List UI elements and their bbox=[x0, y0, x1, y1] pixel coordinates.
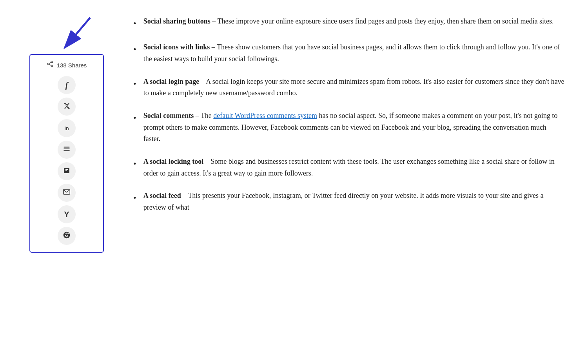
list-item-text: A social login page – A social login kee… bbox=[143, 76, 564, 99]
list-item-bold: A social feed bbox=[143, 192, 181, 199]
list-item-text: A social locking tool – Some blogs and b… bbox=[143, 156, 564, 179]
bullet-dot: • bbox=[133, 77, 136, 91]
list-item-bold: Social icons with links bbox=[143, 43, 210, 51]
twitter-share-button[interactable] bbox=[58, 98, 76, 116]
svg-line-6 bbox=[49, 62, 51, 63]
share-count-label: 138 Shares bbox=[57, 61, 87, 71]
list-item-bold: Social comments bbox=[143, 112, 194, 120]
reddit-share-button[interactable] bbox=[58, 227, 76, 245]
buffer-icon bbox=[63, 145, 70, 154]
share-widget: 138 Shares f in bbox=[29, 54, 104, 253]
svg-point-11 bbox=[67, 235, 69, 236]
list-item: • A social locking tool – Some blogs and… bbox=[133, 156, 564, 179]
email-icon bbox=[63, 189, 70, 197]
list-item: • A social feed – This presents your Fac… bbox=[133, 190, 564, 213]
buffer-share-button[interactable] bbox=[58, 141, 76, 159]
share-icon bbox=[47, 60, 54, 71]
list-item: • Social sharing buttons – These improve… bbox=[133, 16, 564, 31]
svg-point-13 bbox=[66, 232, 67, 233]
list-item-bold: A social locking tool bbox=[143, 158, 204, 165]
arrow-container bbox=[24, 16, 110, 51]
bullet-dot: • bbox=[133, 191, 136, 205]
bullet-dot: • bbox=[133, 42, 136, 56]
content-list: • Social sharing buttons – These improve… bbox=[133, 16, 564, 214]
svg-point-10 bbox=[65, 235, 66, 236]
facebook-icon: f bbox=[65, 81, 68, 90]
wordpress-comments-link[interactable]: default WordPress comments system bbox=[213, 112, 317, 120]
list-item: • A social login page – A social login k… bbox=[133, 76, 564, 99]
left-column: 138 Shares f in bbox=[24, 16, 110, 253]
list-item-text: Social icons with links – These show cus… bbox=[143, 42, 564, 65]
list-item-text: Social sharing buttons – These improve y… bbox=[143, 16, 554, 27]
reddit-icon bbox=[63, 231, 71, 241]
list-item: • Social comments – The default WordPres… bbox=[133, 110, 564, 145]
bullet-dot: • bbox=[133, 111, 136, 125]
twitter-icon bbox=[64, 103, 70, 110]
flipboard-share-button[interactable] bbox=[58, 162, 76, 180]
svg-line-1 bbox=[65, 18, 90, 48]
share-count-row: 138 Shares bbox=[47, 60, 87, 71]
list-item-text: Social comments – The default WordPress … bbox=[143, 110, 564, 145]
page-container: 138 Shares f in bbox=[24, 16, 564, 253]
flipboard-icon bbox=[63, 167, 70, 176]
bullet-dot: • bbox=[133, 16, 136, 31]
social-buttons-list: f in bbox=[58, 76, 76, 245]
yummly-icon: Y bbox=[64, 210, 69, 219]
svg-point-12 bbox=[68, 233, 69, 234]
linkedin-icon: in bbox=[64, 125, 69, 131]
facebook-share-button[interactable]: f bbox=[58, 76, 76, 94]
email-share-button[interactable] bbox=[58, 184, 76, 202]
list-item-bold: Social sharing buttons bbox=[143, 17, 211, 25]
yummly-share-button[interactable]: Y bbox=[58, 205, 76, 223]
list-item-bold: A social login page bbox=[143, 78, 200, 85]
bullet-dot: • bbox=[133, 157, 136, 171]
linkedin-share-button[interactable]: in bbox=[58, 119, 76, 137]
list-item: • Social icons with links – These show c… bbox=[133, 42, 564, 65]
list-item-text: A social feed – This presents your Faceb… bbox=[143, 190, 564, 213]
svg-line-5 bbox=[49, 64, 51, 65]
content-column: • Social sharing buttons – These improve… bbox=[133, 16, 564, 225]
arrow-icon bbox=[55, 16, 102, 55]
